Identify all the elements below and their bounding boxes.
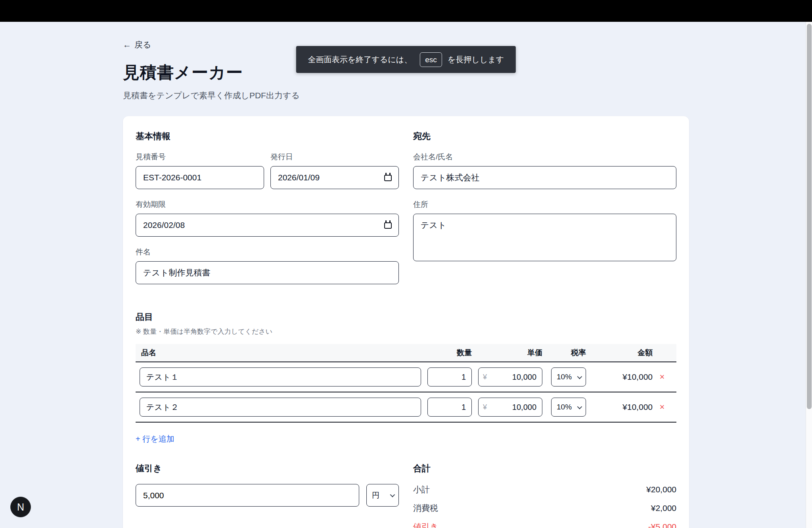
- tax-value: ¥2,000: [651, 503, 676, 513]
- item-row: ¥ 10% ¥10,000: [136, 392, 676, 423]
- delete-row-button[interactable]: ×: [660, 403, 665, 411]
- estimate-maker-page: 全画面表示を終了するには、 esc を長押しします ← 戻る 見積書メーカー 見…: [0, 0, 812, 528]
- yen-prefix: ¥: [483, 403, 487, 411]
- fullscreen-top-bar: [0, 0, 812, 22]
- col-header-name: 品名: [141, 348, 421, 358]
- delete-row-button[interactable]: ×: [660, 373, 665, 381]
- scrollbar-thumb[interactable]: [807, 24, 812, 409]
- discount-unit-value: 円: [372, 490, 379, 501]
- item-amount: ¥10,000: [622, 402, 653, 411]
- arrow-left-icon: ←: [123, 40, 131, 50]
- item-amount: ¥10,000: [622, 372, 653, 381]
- nextjs-dev-badge[interactable]: N: [10, 497, 31, 517]
- col-header-qty: 数量: [427, 348, 472, 358]
- item-qty-input[interactable]: [427, 367, 472, 386]
- basic-info-section: 基本情報 見積番号 発行日: [136, 130, 399, 295]
- discount-section: 値引き 円: [136, 463, 399, 528]
- address-textarea[interactable]: テスト: [413, 214, 676, 261]
- calendar-icon[interactable]: [384, 175, 392, 181]
- issue-date-input[interactable]: [270, 166, 399, 189]
- add-row-button[interactable]: + 行を追加: [136, 434, 174, 444]
- tax-rate-value: 10%: [557, 403, 572, 411]
- items-table-header: 品名 数量 単価 税率 金額: [136, 344, 676, 362]
- items-table: 品名 数量 単価 税率 金額: [136, 344, 676, 423]
- subject-input[interactable]: [136, 261, 399, 284]
- items-section: 品目 ※ 数量・単価は半角数字で入力してください 品名 数量 単価 税率 金額: [136, 311, 676, 444]
- item-row: ¥ 10% ¥10,000: [136, 362, 676, 392]
- issue-date-label: 発行日: [270, 152, 399, 162]
- col-header-unit-price: 単価: [478, 348, 542, 358]
- recipient-heading: 宛先: [413, 130, 676, 142]
- discount-row-value: -¥5,000: [648, 522, 676, 528]
- item-qty-input[interactable]: [427, 398, 472, 417]
- scrollbar-track[interactable]: [806, 22, 812, 528]
- discount-heading: 値引き: [136, 463, 399, 474]
- back-link[interactable]: ← 戻る: [123, 39, 151, 50]
- totals-heading: 合計: [413, 463, 676, 474]
- chevron-down-icon: [577, 404, 582, 409]
- company-name-label: 会社名/氏名: [413, 152, 676, 162]
- subtotal-row: 小計 ¥20,000: [413, 484, 676, 495]
- tax-rate-select[interactable]: 10%: [551, 367, 586, 386]
- nextjs-n-icon: N: [17, 501, 24, 513]
- item-unit-price-input[interactable]: [478, 398, 542, 417]
- address-label: 住所: [413, 199, 676, 210]
- items-heading: 品目: [136, 311, 676, 323]
- col-header-tax: 税率: [551, 348, 586, 358]
- recipient-section: 宛先 会社名/氏名 住所 テスト: [413, 130, 676, 295]
- back-link-label: 戻る: [134, 39, 151, 50]
- esc-key-badge: esc: [420, 52, 442, 67]
- discount-unit-select[interactable]: 円: [366, 484, 399, 507]
- calendar-icon[interactable]: [384, 222, 392, 229]
- item-name-input[interactable]: [140, 367, 421, 386]
- discount-input[interactable]: [136, 484, 359, 507]
- tax-rate-value: 10%: [557, 373, 572, 381]
- subtotal-value: ¥20,000: [646, 485, 676, 494]
- toast-text-after: を長押しします: [448, 54, 504, 65]
- toast-text-before: 全画面表示を終了するには、: [308, 54, 412, 65]
- expiry-date-input[interactable]: [136, 214, 399, 237]
- item-name-input[interactable]: [140, 398, 421, 417]
- estimate-number-label: 見積番号: [136, 152, 264, 162]
- estimate-form-card: 基本情報 見積番号 発行日: [123, 116, 689, 528]
- yen-prefix: ¥: [483, 373, 487, 381]
- tax-label: 消費税: [413, 503, 438, 514]
- chevron-down-icon: [390, 492, 395, 497]
- fullscreen-exit-toast: 全画面表示を終了するには、 esc を長押しします: [296, 46, 516, 73]
- page-subtitle: 見積書をテンプレで素早く作成しPDF出力する: [123, 90, 689, 101]
- items-note: ※ 数量・単価は半角数字で入力してください: [136, 327, 676, 336]
- discount-row: 値引き -¥5,000: [413, 521, 676, 528]
- expiry-date-label: 有効期限: [136, 199, 399, 210]
- subject-label: 件名: [136, 247, 399, 257]
- main-content: ← 戻る 見積書メーカー 見積書をテンプレで素早く作成しPDF出力する 基本情報…: [123, 0, 689, 528]
- totals-section: 合計 小計 ¥20,000 消費税 ¥2,000 値引き -¥5,000 合: [413, 463, 676, 528]
- subtotal-label: 小計: [413, 484, 430, 495]
- basic-info-heading: 基本情報: [136, 130, 399, 142]
- item-unit-price-input[interactable]: [478, 367, 542, 386]
- discount-row-label: 値引き: [413, 521, 439, 528]
- chevron-down-icon: [577, 374, 582, 379]
- col-header-amount: 金額: [586, 348, 653, 358]
- company-name-input[interactable]: [413, 166, 676, 189]
- tax-rate-select[interactable]: 10%: [551, 398, 586, 417]
- tax-row: 消費税 ¥2,000: [413, 503, 676, 514]
- estimate-number-input[interactable]: [136, 166, 264, 189]
